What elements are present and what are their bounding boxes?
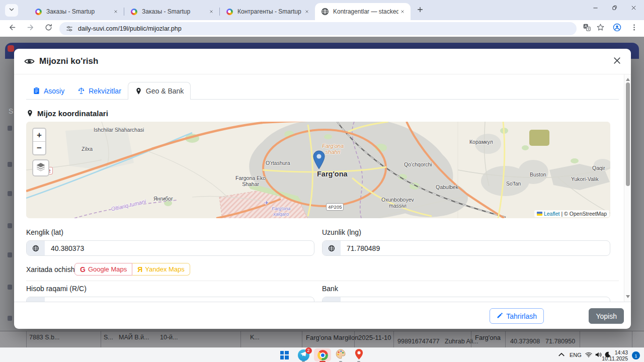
chrome-app-button[interactable]: [314, 348, 331, 361]
browser-menu-button[interactable]: [629, 23, 639, 34]
map-label: Fargona Eko Shahar: [235, 175, 266, 187]
browser-tab-2[interactable]: Заказы - Smartup: [124, 3, 219, 20]
ukraine-flag-icon: [537, 212, 542, 216]
leaflet-map[interactable]: Ishchilar ShaharchasiZilxaO'rtashuraFarg…: [26, 122, 610, 218]
site-info-icon[interactable]: [65, 25, 73, 33]
browser-tab-3[interactable]: Контрагенты - Smartup: [219, 3, 315, 20]
zoom-in-button[interactable]: +: [33, 129, 45, 142]
map-label: Ishchilar Shaharchasi: [94, 127, 144, 133]
yandex-maps-button[interactable]: Я Yandex Maps: [132, 263, 190, 276]
wifi-indicator[interactable]: [585, 352, 593, 359]
tab-search-button[interactable]: [5, 4, 18, 17]
leaflet-link[interactable]: Leaflet: [544, 211, 560, 217]
modal-backdrop[interactable]: S 7883 S.b...S...МАЙ В.й...10-й...K...Fa…: [0, 37, 644, 347]
maps-app-button[interactable]: [352, 349, 365, 361]
back-icon: [8, 23, 17, 34]
background-text-fragment: S: [9, 107, 13, 115]
star-icon: [596, 23, 605, 34]
tab-close-button[interactable]: [112, 8, 120, 16]
tab-label: Rekvizitlar: [89, 87, 121, 95]
bookmark-button[interactable]: [595, 23, 606, 34]
lat-label: Kenglik (lat): [26, 228, 63, 236]
lng-input-group: [322, 240, 610, 256]
scroll-down-arrow[interactable]: [626, 295, 630, 300]
window-maximize-button[interactable]: [605, 0, 624, 17]
tab-close-button[interactable]: [303, 8, 311, 16]
globe-favicon: [321, 8, 329, 16]
chevron-down-icon: [8, 6, 15, 15]
account-input-group: [26, 297, 314, 302]
lat-input[interactable]: [45, 241, 314, 255]
speaker-icon: [595, 351, 602, 360]
tab-close-button[interactable]: [207, 8, 215, 16]
window-close-button[interactable]: [624, 0, 643, 17]
tab-close-button[interactable]: [398, 8, 407, 16]
layers-icon: [35, 161, 46, 174]
minimize-icon: [592, 4, 599, 13]
wifi-icon: [585, 351, 592, 360]
modal-body: AsosiyRekvizitlarGeo & Bank Mijoz koordi…: [14, 74, 631, 302]
forward-button[interactable]: [24, 22, 37, 35]
modal-scrollbar[interactable]: [624, 74, 631, 302]
close-modal-button[interactable]: Yopish: [589, 308, 624, 324]
browser-tab-1[interactable]: Заказы - Smartup: [28, 3, 124, 20]
new-tab-button[interactable]: [415, 5, 426, 16]
map-label: Янгибог: [153, 196, 173, 202]
clipboard-icon: [33, 87, 40, 95]
tab-title: Заказы - Smartup: [142, 8, 207, 15]
globe-icon: [323, 241, 341, 255]
background-cell: 2025-11-10: [358, 334, 391, 341]
reload-button[interactable]: [42, 22, 55, 35]
language-indicator[interactable]: ENG: [570, 352, 582, 358]
background-cell: 7883 S.b...: [29, 334, 59, 341]
yandex-ya-icon: Я: [137, 265, 142, 274]
map-label: Qaqir: [592, 165, 605, 171]
map-marker[interactable]: [312, 150, 326, 169]
scrollbar-thumb[interactable]: [626, 82, 630, 186]
map-layers-control[interactable]: [32, 159, 49, 176]
google-g-icon: G: [80, 265, 86, 274]
tab-asosiy[interactable]: Asosiy: [26, 82, 71, 100]
bank-label: Bank: [322, 285, 338, 293]
plus-icon: [417, 6, 424, 15]
profile-button[interactable]: [612, 23, 622, 34]
close-icon: [630, 4, 637, 13]
modal-footer: Tahrirlash Yopish: [14, 302, 631, 329]
map-label: Zilxa: [82, 146, 93, 152]
translate-icon: [583, 23, 591, 34]
edit-button[interactable]: Tahrirlash: [490, 308, 544, 324]
osm-link[interactable]: OpenStreetMap: [570, 211, 607, 217]
window-minimize-button[interactable]: [586, 0, 605, 17]
date: 10.11.2025: [602, 355, 628, 361]
telegram-app-button[interactable]: 2: [297, 349, 310, 361]
url-bar[interactable]: daily-suvi.com/19l/public/mijozlar.php: [59, 22, 577, 35]
google-maps-button[interactable]: G Google Maps: [74, 263, 132, 276]
kebab-menu-icon: [630, 23, 638, 34]
close-icon: [613, 56, 621, 67]
lng-input[interactable]: [341, 241, 610, 255]
taskbar-clock[interactable]: 14:43 10.11.2025: [602, 349, 628, 361]
tray-chevron-button[interactable]: [557, 352, 566, 359]
scales-icon: [77, 87, 85, 95]
avatar-icon: [613, 23, 621, 34]
map-label: So'fan: [506, 180, 521, 187]
map-label: ✈: [264, 200, 269, 206]
modal-close-button[interactable]: [611, 55, 623, 67]
time: 14:43: [602, 349, 628, 355]
translate-button[interactable]: [582, 23, 592, 34]
chevron-up-icon: [558, 351, 565, 360]
tab-rekvizitlar[interactable]: Rekvizitlar: [71, 82, 128, 100]
browser-tab-4[interactable]: Kontragentlar — stacked moda: [315, 3, 411, 20]
bank-input[interactable]: [341, 297, 610, 302]
tab-geo-bank[interactable]: Geo & Bank: [128, 82, 191, 100]
start-button[interactable]: [278, 349, 291, 361]
section-title: Mijoz koordinatalari: [26, 109, 108, 118]
scroll-up-arrow[interactable]: [626, 76, 630, 81]
notification-badge[interactable]: 1: [632, 351, 640, 359]
back-button[interactable]: [6, 22, 19, 35]
paint-app-button[interactable]: [334, 349, 347, 361]
zoom-out-button[interactable]: −: [33, 142, 45, 154]
map-label: Корамкул: [469, 139, 493, 145]
account-input[interactable]: [45, 297, 314, 302]
volume-indicator[interactable]: [594, 352, 602, 359]
